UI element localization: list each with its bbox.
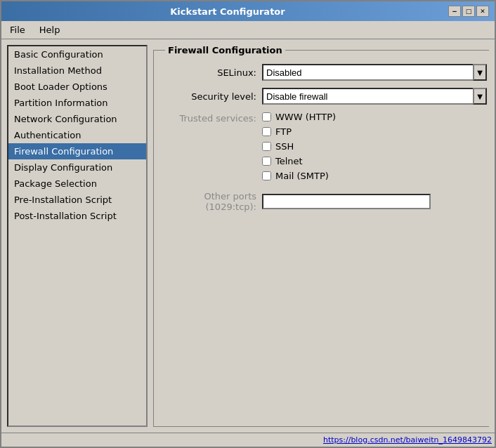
status-bar: https://blog.csdn.net/baiweitn_164984379… (1, 433, 495, 447)
other-ports-input[interactable] (262, 194, 431, 209)
checkbox-row-telnet: Telnet (262, 156, 336, 166)
sidebar-item-firewall-configuration[interactable]: Firewall Configuration (8, 143, 146, 159)
main-panel: Firewall Configuration SELinux: Disabled… (153, 45, 489, 427)
checkbox-ssh[interactable] (262, 142, 271, 151)
sidebar-item-partition-information[interactable]: Partition Information (8, 95, 146, 111)
main-window: Kickstart Configurator − □ ✕ File Help B… (0, 0, 496, 448)
selinux-row: SELinux: Disabled Enforcing Permissive ▼ (165, 64, 487, 81)
security-level-dropdown[interactable]: Disable firewall Enable firewall No fire… (262, 88, 487, 105)
other-ports-row: Other ports (1029:tcp): (165, 191, 487, 212)
section-title: Firewall Configuration (165, 45, 285, 55)
checkbox-label-telnet: Telnet (275, 156, 303, 166)
menu-help[interactable]: Help (34, 23, 66, 37)
other-ports-label: Other ports (1029:tcp): (165, 191, 256, 212)
trusted-services-label: Trusted services: (165, 112, 256, 181)
checkbox-www[interactable] (262, 112, 271, 121)
sidebar-item-authentication[interactable]: Authentication (8, 127, 146, 143)
checkbox-row-www: WWW (HTTP) (262, 112, 336, 122)
selinux-dropdown-wrapper: Disabled Enforcing Permissive ▼ (262, 64, 487, 81)
sidebar-item-post-installation-script[interactable]: Post-Installation Script (8, 208, 146, 224)
sidebar-item-pre-installation-script[interactable]: Pre-Installation Script (8, 192, 146, 208)
security-level-row: Security level: Disable firewall Enable … (165, 88, 487, 105)
sidebar: Basic Configuration Installation Method … (7, 45, 148, 427)
window-title: Kickstart Configurator (7, 6, 448, 17)
checkbox-label-ssh: SSH (275, 141, 294, 152)
sidebar-item-installation-method[interactable]: Installation Method (8, 62, 146, 79)
sidebar-item-display-configuration[interactable]: Display Configuration (8, 159, 146, 176)
sidebar-item-network-configuration[interactable]: Network Configuration (8, 111, 146, 127)
security-level-dropdown-wrapper: Disable firewall Enable firewall No fire… (262, 88, 487, 105)
content-area: Basic Configuration Installation Method … (1, 39, 495, 433)
window-controls: − □ ✕ (448, 6, 489, 17)
checkbox-telnet[interactable] (262, 157, 271, 166)
checkbox-smtp[interactable] (262, 171, 271, 180)
checkbox-row-ftp: FTP (262, 126, 336, 137)
menu-bar: File Help (1, 21, 495, 39)
checkbox-label-smtp: Mail (SMTP) (275, 171, 329, 181)
maximize-button[interactable]: □ (462, 6, 475, 17)
trusted-services-section: Trusted services: WWW (HTTP) FTP SSH (165, 112, 487, 181)
title-bar: Kickstart Configurator − □ ✕ (1, 1, 495, 21)
security-level-label: Security level: (165, 91, 256, 102)
sidebar-item-basic-configuration[interactable]: Basic Configuration (8, 46, 146, 62)
trusted-services-list: WWW (HTTP) FTP SSH Telnet (262, 112, 336, 181)
checkbox-row-ssh: SSH (262, 141, 336, 152)
selinux-label: SELinux: (165, 67, 256, 78)
menu-file[interactable]: File (4, 23, 31, 37)
status-link[interactable]: https://blog.csdn.net/baiweitn_164984379… (323, 435, 492, 444)
checkbox-row-smtp: Mail (SMTP) (262, 171, 336, 181)
firewall-configuration-section: Firewall Configuration SELinux: Disabled… (153, 45, 489, 427)
sidebar-item-package-selection[interactable]: Package Selection (8, 176, 146, 192)
checkbox-ftp[interactable] (262, 127, 271, 136)
minimize-button[interactable]: − (448, 6, 461, 17)
sidebar-item-boot-loader-options[interactable]: Boot Loader Options (8, 79, 146, 95)
checkbox-label-ftp: FTP (275, 126, 292, 137)
close-button[interactable]: ✕ (476, 6, 489, 17)
checkbox-label-www: WWW (HTTP) (275, 112, 336, 122)
selinux-dropdown[interactable]: Disabled Enforcing Permissive (262, 64, 487, 81)
